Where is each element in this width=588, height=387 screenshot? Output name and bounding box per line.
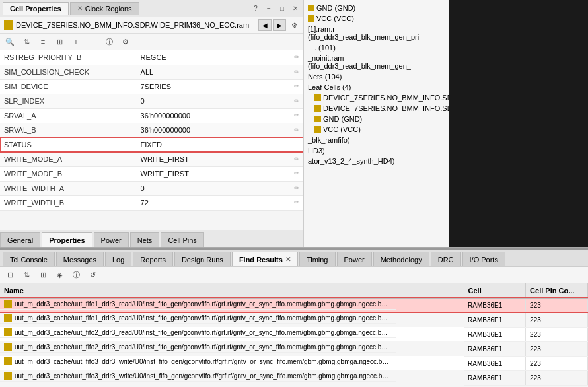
edit-icon[interactable]: ✏ bbox=[294, 199, 299, 206]
find-info-button[interactable]: ⓘ bbox=[69, 268, 83, 281]
find-row-cell: RAMB36E1 bbox=[464, 370, 526, 385]
find-row-pin-count: 223 bbox=[526, 341, 588, 356]
bottom-tab-log[interactable]: Log bbox=[105, 252, 131, 266]
find-row-icon bbox=[4, 300, 12, 308]
property-value[interactable]: WRITE_FIRST✏ bbox=[137, 166, 303, 181]
bottom-tab-label: Timing bbox=[307, 256, 328, 264]
right-tree: GND (GND)VCC (VCC)[1].ram.r (fifo_ddr3_r… bbox=[304, 0, 449, 247]
find-row-cell: RAMB36E1 bbox=[464, 298, 526, 312]
property-value[interactable]: REGCE✏ bbox=[137, 50, 303, 65]
remove-button[interactable]: − bbox=[85, 35, 100, 48]
find-result-row[interactable]: uut_m_ddr3_cache/uut_fifo2_ddr3_read/U0/… bbox=[0, 327, 588, 341]
property-value[interactable]: 0✏ bbox=[137, 181, 303, 195]
bottom-tab-reports[interactable]: Reports bbox=[133, 252, 173, 266]
close-panel-icon[interactable]: ✕ bbox=[290, 3, 301, 14]
find-sort-button[interactable]: ⇅ bbox=[19, 268, 34, 281]
find-filter1-button[interactable]: ⊟ bbox=[3, 268, 17, 281]
tree-item[interactable]: [1].ram.r (fifo_ddr3_read_blk_mem_gen_pr… bbox=[304, 24, 449, 42]
bottom-tab-label: I/O Ports bbox=[470, 256, 498, 264]
tree-item[interactable]: VCC (VCC) bbox=[304, 13, 449, 24]
help-icon[interactable]: ? bbox=[250, 3, 261, 14]
property-value[interactable]: 72✏ bbox=[137, 195, 303, 210]
tab-clock-regions[interactable]: ✕ Clock Regions bbox=[70, 2, 139, 15]
sort-button[interactable]: ⇅ bbox=[19, 35, 34, 48]
tree-item-label: HD3) bbox=[308, 147, 325, 155]
bottom-tab-find-results[interactable]: Find Results✕ bbox=[232, 252, 298, 266]
find-result-row[interactable]: uut_m_ddr3_cache/uut_fifo3_ddr3_write/U0… bbox=[0, 370, 588, 385]
property-value[interactable]: 0✏ bbox=[137, 94, 303, 108]
info-button[interactable]: ⓘ bbox=[102, 35, 116, 48]
more-button[interactable]: ⚙ bbox=[118, 35, 133, 48]
property-name: RSTREG_PRIORITY_B bbox=[0, 50, 137, 65]
find-refresh-button[interactable]: ↺ bbox=[85, 268, 100, 281]
find-row-icon bbox=[4, 357, 12, 365]
bottom-tab-methodology[interactable]: Methodology bbox=[373, 252, 429, 266]
settings-button[interactable]: ⚙ bbox=[289, 20, 299, 30]
find-row-name-text: uut_m_ddr3_cache/uut_fifo1_ddr3_read/U0/… bbox=[15, 300, 392, 308]
device-icon bbox=[4, 20, 13, 30]
bottom-tab-tcl-console[interactable]: Tcl Console bbox=[3, 252, 55, 266]
maximize-icon[interactable]: □ bbox=[277, 3, 287, 14]
search-button[interactable]: 🔍 bbox=[3, 35, 17, 48]
tree-item[interactable]: VCC (VCC) bbox=[304, 124, 449, 135]
find-result-row[interactable]: uut_m_ddr3_cache/uut_fifo2_ddr3_read/U0/… bbox=[0, 341, 588, 356]
find-highlight-button[interactable]: ◈ bbox=[52, 268, 67, 281]
filter-button[interactable]: ≡ bbox=[36, 35, 50, 48]
tree-item[interactable]: Nets (104) bbox=[304, 71, 449, 82]
tree-item-label: GND (GND) bbox=[316, 4, 355, 12]
bottom-tab-messages[interactable]: Messages bbox=[56, 252, 104, 266]
tree-item[interactable]: _blk_ramfifo) bbox=[304, 135, 449, 145]
edit-icon[interactable]: ✏ bbox=[294, 68, 299, 75]
property-value[interactable]: FIXED bbox=[137, 137, 303, 152]
tree-item-icon bbox=[314, 126, 321, 133]
edit-icon[interactable]: ✏ bbox=[294, 83, 299, 90]
find-row-name: uut_m_ddr3_cache/uut_fifo1_ddr3_read/U0/… bbox=[0, 299, 396, 310]
property-value[interactable]: WRITE_FIRST✏ bbox=[137, 152, 303, 166]
tab-power[interactable]: Power bbox=[94, 232, 129, 247]
tree-item[interactable]: DEVICE_7SERIES.NO_BMM_INFO.SDP. bbox=[304, 92, 449, 103]
tree-item[interactable]: GND (GND) bbox=[304, 3, 449, 13]
bottom-tab-close-icon[interactable]: ✕ bbox=[285, 256, 291, 263]
find-row-name-text: uut_m_ddr3_cache/uut_fifo1_ddr3_read/U0/… bbox=[15, 314, 392, 322]
tree-item[interactable]: DEVICE_7SERIES.NO_BMM_INFO.SDP. bbox=[304, 103, 449, 114]
tree-item[interactable]: GND (GND) bbox=[304, 114, 449, 124]
bottom-tab-design-runs[interactable]: Design Runs bbox=[174, 252, 231, 266]
property-value[interactable]: 36'h000000000✏ bbox=[137, 108, 303, 123]
property-value[interactable]: 36'h000000000✏ bbox=[137, 123, 303, 137]
tree-item[interactable]: ator_v13_2_4_synth_HD4) bbox=[304, 156, 449, 166]
edit-icon[interactable]: ✏ bbox=[294, 53, 299, 61]
nav-forward-button[interactable]: ▶ bbox=[273, 19, 286, 31]
tree-item[interactable]: . (101) bbox=[304, 42, 449, 53]
edit-icon[interactable]: ✏ bbox=[294, 97, 299, 104]
tab-general[interactable]: General bbox=[0, 232, 40, 247]
tab-clock-regions-label: Clock Regions bbox=[85, 5, 132, 13]
bottom-tab-timing[interactable]: Timing bbox=[299, 252, 336, 266]
tab-nets[interactable]: Nets bbox=[130, 232, 160, 247]
find-grid-button[interactable]: ⊞ bbox=[36, 268, 50, 281]
nav-back-button[interactable]: ◀ bbox=[258, 19, 272, 31]
edit-icon[interactable]: ✏ bbox=[294, 184, 299, 192]
property-value[interactable]: ALL✏ bbox=[137, 65, 303, 79]
grid-button[interactable]: ⊞ bbox=[52, 35, 67, 48]
tree-item[interactable]: HD3) bbox=[304, 145, 449, 156]
edit-icon[interactable]: ✏ bbox=[294, 170, 299, 177]
minimize-icon[interactable]: − bbox=[264, 3, 274, 14]
tab-cell-pins[interactable]: Cell Pins bbox=[161, 232, 203, 247]
tab-clock-regions-close[interactable]: ✕ bbox=[77, 5, 83, 12]
tree-item[interactable]: Leaf Cells (4) bbox=[304, 82, 449, 92]
find-result-row[interactable]: uut_m_ddr3_cache/uut_fifo1_ddr3_read/U0/… bbox=[0, 298, 588, 312]
tab-properties[interactable]: Properties bbox=[42, 232, 92, 247]
find-row-name: uut_m_ddr3_cache/uut_fifo1_ddr3_read/U0/… bbox=[0, 312, 396, 324]
find-result-row[interactable]: uut_m_ddr3_cache/uut_fifo1_ddr3_read/U0/… bbox=[0, 312, 588, 327]
tab-cell-properties[interactable]: Cell Properties bbox=[3, 2, 69, 15]
edit-icon[interactable]: ✏ bbox=[294, 155, 299, 162]
edit-icon[interactable]: ✏ bbox=[294, 126, 299, 133]
edit-icon[interactable]: ✏ bbox=[294, 112, 299, 119]
property-value[interactable]: 7SERIES✏ bbox=[137, 79, 303, 94]
bottom-tab-drc[interactable]: DRC bbox=[431, 252, 461, 266]
bottom-tab-power[interactable]: Power bbox=[337, 252, 372, 266]
tree-item[interactable]: _noinit.ram (fifo_ddr3_read_blk_mem_gen_ bbox=[304, 53, 449, 71]
find-result-row[interactable]: uut_m_ddr3_cache/uut_fifo3_ddr3_write/U0… bbox=[0, 356, 588, 370]
bottom-tab-i/o-ports[interactable]: I/O Ports bbox=[462, 252, 505, 266]
add-button[interactable]: + bbox=[69, 35, 83, 48]
